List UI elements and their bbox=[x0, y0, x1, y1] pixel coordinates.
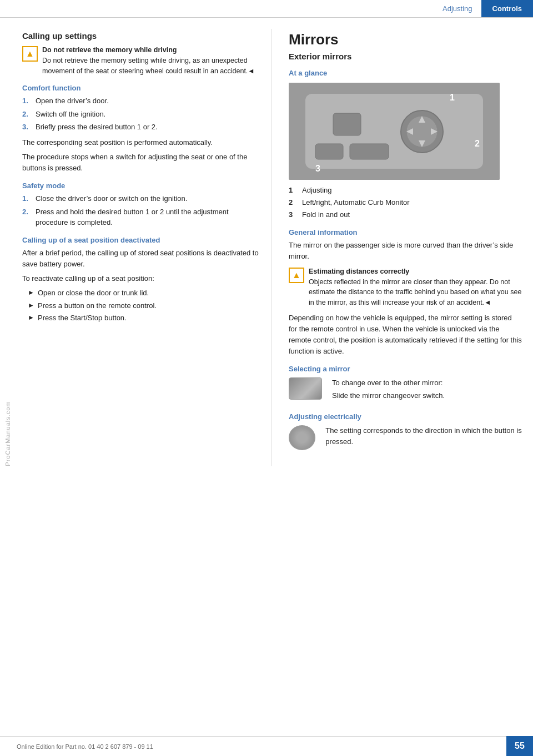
mirror-label-item: 3Fold in and out bbox=[289, 210, 522, 220]
reactivate-item: ►Press the Start/Stop button. bbox=[28, 313, 260, 324]
mirror-labels-list: 1Adjusting2Left/right, Automatic Curb Mo… bbox=[289, 185, 522, 220]
general-info-text: The mirror on the passenger side is more… bbox=[289, 240, 522, 262]
comfort-steps-list: 1.Open the driver’s door.2.Switch off th… bbox=[22, 95, 260, 133]
selecting-mirror-row: To change over to the other mirror: Slid… bbox=[289, 377, 522, 404]
mirror-image: 1 2 3 bbox=[289, 83, 500, 180]
exterior-mirrors-title: Exterior mirrors bbox=[289, 52, 522, 61]
footer-edition: Online Edition for Part no. 01 40 2 607 … bbox=[17, 743, 153, 750]
header-adjusting: Adjusting bbox=[434, 0, 481, 17]
adjusting-electrically-row: The setting corresponds to the direction… bbox=[289, 425, 522, 451]
mirrors-title: Mirrors bbox=[289, 31, 522, 48]
warning-icon-1: ▲ bbox=[22, 46, 38, 62]
watermark: ProCarManuals.com bbox=[0, 111, 16, 756]
comfort-step-item: 2.Switch off the ignition. bbox=[22, 109, 260, 120]
svg-text:1: 1 bbox=[450, 93, 455, 102]
mirror-label-item: 2Left/right, Automatic Curb Monitor bbox=[289, 198, 522, 208]
general-info-title: General information bbox=[289, 228, 522, 236]
comfort-text1: The corresponding seat position is perfo… bbox=[22, 137, 260, 148]
at-a-glance-title: At a glance bbox=[289, 69, 522, 77]
mirror-diagram-svg: 1 2 3 bbox=[289, 83, 500, 180]
general-text2: Depending on how the vehicle is equipped… bbox=[289, 313, 522, 357]
comfort-function-title: Comfort function bbox=[22, 84, 260, 92]
calling-up-text2: To reactivate calling up of a seat posit… bbox=[22, 273, 260, 284]
safety-step-item: 2.Press and hold the desired button 1 or… bbox=[22, 206, 260, 228]
warning-box-1: ▲ Do not retrieve the memory while drivi… bbox=[22, 45, 260, 76]
selecting-mirror-title: Selecting a mirror bbox=[289, 365, 522, 373]
svg-rect-8 bbox=[333, 113, 361, 135]
left-column: Calling up settings ▲ Do not retrieve th… bbox=[0, 29, 272, 466]
right-column: Mirrors Exterior mirrors At a glance bbox=[272, 29, 533, 466]
main-content: Calling up settings ▲ Do not retrieve th… bbox=[0, 18, 533, 466]
calling-up-text1: After a brief period, the calling up of … bbox=[22, 248, 260, 270]
svg-text:3: 3 bbox=[315, 164, 320, 173]
safety-mode-title: Safety mode bbox=[22, 182, 260, 190]
safety-step-item: 1.Close the driver’s door or switch on t… bbox=[22, 193, 260, 204]
adjust-button-icon bbox=[289, 425, 315, 450]
mirror-label-item: 1Adjusting bbox=[289, 185, 522, 195]
mirror-image-inner: 1 2 3 bbox=[289, 83, 500, 180]
svg-rect-10 bbox=[350, 144, 389, 159]
header-controls: Controls bbox=[481, 0, 533, 17]
reactivate-item: ►Press a button on the remote control. bbox=[28, 300, 260, 311]
warning-box-2: ▲ Estimating distances correctly Objects… bbox=[289, 266, 522, 308]
warning-text-1: Do not retrieve the memory while driving… bbox=[42, 45, 260, 76]
comfort-text2: The procedure stops when a switch for ad… bbox=[22, 152, 260, 174]
warning-icon-2: ▲ bbox=[289, 268, 304, 283]
comfort-step-item: 3.Briefly press the desired button 1 or … bbox=[22, 122, 260, 133]
svg-text:2: 2 bbox=[475, 139, 480, 148]
safety-steps-list: 1.Close the driver’s door or switch on t… bbox=[22, 193, 260, 228]
footer: Online Edition for Part no. 01 40 2 607 … bbox=[0, 736, 533, 756]
page-number: 55 bbox=[506, 736, 533, 756]
header-bar: Adjusting Controls bbox=[0, 0, 533, 18]
adjusting-electrically-text: The setting corresponds to the direction… bbox=[325, 425, 522, 451]
mirror-switch-icon bbox=[289, 377, 322, 400]
adjusting-electrically-title: Adjusting electrically bbox=[289, 412, 522, 421]
calling-up-settings-title: Calling up settings bbox=[22, 31, 260, 41]
warning-text-2: Estimating distances correctly Objects r… bbox=[309, 266, 522, 308]
svg-rect-9 bbox=[315, 144, 343, 159]
calling-up-title: Calling up of a seat position deactivate… bbox=[22, 236, 260, 244]
reactivate-item: ►Open or close the door or trunk lid. bbox=[28, 288, 260, 299]
selecting-mirror-text: To change over to the other mirror: Slid… bbox=[332, 377, 445, 404]
comfort-step-item: 1.Open the driver’s door. bbox=[22, 95, 260, 107]
reactivate-list: ►Open or close the door or trunk lid.►Pr… bbox=[28, 288, 260, 324]
